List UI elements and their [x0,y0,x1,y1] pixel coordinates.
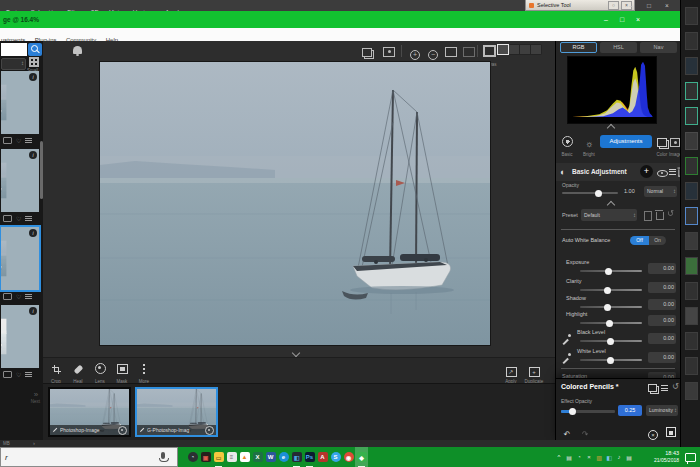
slider-value[interactable]: 0.00 [648,315,676,326]
blend-mode-dropdown[interactable]: Normal ↕ [644,186,677,197]
slider-value[interactable]: 0.00 [648,282,676,293]
options-icon[interactable] [25,372,32,377]
close-button[interactable]: × [658,0,676,11]
thumbnail-grid-icon[interactable] [29,57,39,67]
basic-tool-button[interactable]: Basic [558,133,576,157]
panel-strip-tile[interactable] [685,232,698,250]
reset-icon[interactable]: ↺ [667,210,674,218]
panel-strip-tile[interactable] [685,357,698,375]
panel-strip-tile[interactable] [685,32,698,50]
taskbar-app-file-explorer[interactable]: ▭ [212,447,225,467]
panel-strip-tile[interactable] [685,157,698,175]
slider-track[interactable] [580,289,642,291]
preview-button[interactable]: Preview [357,43,377,60]
original-button[interactable]: Original [379,43,399,60]
awb-off-toggle[interactable]: Off [630,236,649,245]
taskbar-app-photoshop[interactable]: Ps [303,447,316,467]
next-button[interactable]: » Next [31,391,40,404]
white-eyedropper-icon[interactable] [562,353,571,362]
favorite-icon[interactable]: ♡ [16,294,21,300]
heal-tool-button[interactable]: Heal [68,360,88,384]
filmstrip-thumbnail-selected[interactable]: G-Photoshop-Imag [135,387,218,437]
view-side-by-side-button[interactable] [520,45,530,54]
taskbar-app-excel[interactable]: X [251,447,264,467]
panel-strip-tile[interactable] [685,207,698,225]
panel-strip-tile[interactable] [685,132,698,150]
tray-icon[interactable]: ^ [554,454,564,460]
panel-strip-tile[interactable] [685,7,698,25]
view-split-button[interactable] [509,45,519,54]
preset-thumbnail[interactable]: i ♡ [1,149,39,225]
zoom-out-button[interactable]: − Out [423,43,443,60]
expand-arrow-icon[interactable]: › [33,440,35,447]
panel-strip-tile[interactable] [685,282,698,300]
options-icon[interactable] [25,294,32,299]
slider-value[interactable]: 0.00 [648,299,676,310]
slider-track[interactable] [580,322,642,324]
favorite-icon[interactable]: ♡ [16,216,21,222]
opacity-slider[interactable] [562,192,618,194]
microphone-icon[interactable] [161,452,165,459]
compare-icon[interactable] [3,371,12,378]
panel-strip-tile[interactable] [685,382,698,400]
delete-preset-icon[interactable] [656,212,664,220]
view-single-button[interactable] [498,45,508,54]
tab-nav[interactable]: Nav [640,42,677,53]
plugin-minimize-button[interactable]: – [598,11,614,28]
compare-icon[interactable] [3,137,12,144]
options-icon[interactable] [25,216,32,221]
duplicate-button[interactable]: +Duplicate [524,360,544,384]
photo-canvas[interactable] [100,62,490,345]
tab-hsl[interactable]: HSL [600,42,637,53]
tray-icon[interactable]: ▤ [564,454,574,461]
awb-on-toggle[interactable]: On [649,236,666,245]
save-preset-icon[interactable] [644,211,652,221]
tray-icon[interactable]: ▤ [624,454,634,461]
slider-knob[interactable] [607,357,614,364]
notification-bell-icon[interactable] [73,46,82,54]
apply-button[interactable]: ↗Apply [501,360,521,384]
lens-tool-button[interactable]: Lens [90,360,110,384]
taskbar-app-edge[interactable]: e [277,447,290,467]
slider-value[interactable]: 0.00 [648,352,676,363]
more-tools-button[interactable]: More [134,360,154,384]
info-icon[interactable]: i [29,307,37,315]
zoom-in-button[interactable]: + In [405,43,425,60]
info-icon[interactable]: i [29,73,37,81]
slider-knob[interactable] [569,408,576,415]
effect-blend-mode-dropdown[interactable]: Luminosity ↕ [646,405,678,416]
compare-icon[interactable] [3,215,12,222]
mask-tool-button[interactable]: Mask [112,360,132,384]
filmstrip-thumbnail[interactable]: Photoshop-Image [48,387,131,437]
info-icon[interactable]: i [29,151,37,159]
tray-icon[interactable]: ▥ [594,454,604,461]
preset-dropdown[interactable]: Default ↕ [581,209,637,221]
taskbar-search-box[interactable]: r [0,447,178,467]
favorite-icon[interactable]: ♡ [16,138,21,144]
panel-menu-icon[interactable] [669,169,676,175]
options-icon[interactable] [25,138,32,143]
slider-knob[interactable] [604,287,611,294]
collapse-section-chevron-icon[interactable] [607,201,615,209]
panel-strip-tile[interactable] [685,257,698,275]
panel-strip-tile[interactable] [685,332,698,350]
slider-track[interactable] [580,359,642,361]
taskbar-app-cortana[interactable]: ◔ [186,447,199,467]
preset-thumbnail[interactable]: i ♡ [1,71,39,147]
slider-value[interactable]: 0.00 [648,333,676,344]
search-input[interactable] [1,43,27,56]
taskbar-clock[interactable]: 18:43 21/05/2018 [643,450,679,464]
tray-icon[interactable]: ◔ [574,454,584,460]
maximize-button[interactable]: □ [640,0,658,11]
taskbar-app-adobe-red[interactable]: A [316,447,329,467]
taskbar-app-photo-viewer[interactable]: ▣ [199,447,212,467]
action-center-icon[interactable] [685,453,696,462]
slider-track[interactable] [580,270,642,272]
slider-value[interactable]: 0.00 [648,263,676,274]
opacity-slider-knob[interactable] [595,190,602,197]
selective-tool-minimize-button[interactable]: ○ [608,1,619,10]
plugin-close-button[interactable]: × [630,11,646,28]
slider-knob[interactable] [604,304,611,311]
minimize-button[interactable]: – [622,0,640,11]
visibility-eye-icon[interactable] [657,170,668,177]
